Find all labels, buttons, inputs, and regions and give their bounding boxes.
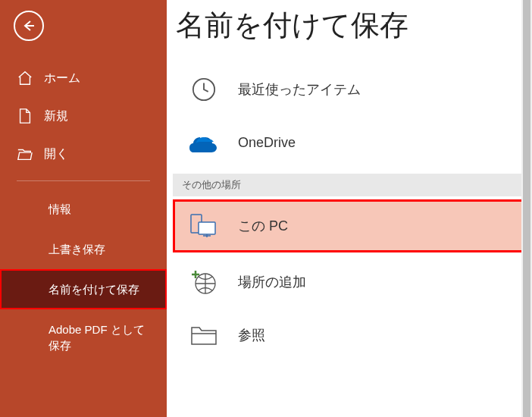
location-thispc[interactable]: この PC bbox=[173, 199, 526, 252]
location-onedrive-label: OneDrive bbox=[238, 135, 296, 151]
location-recent-label: 最近使ったアイテム bbox=[238, 80, 361, 99]
file-icon bbox=[17, 108, 33, 124]
location-onedrive[interactable]: OneDrive bbox=[173, 116, 526, 169]
location-browse-label: 参照 bbox=[238, 326, 265, 344]
nav-adobepdf[interactable]: Adobe PDF として保存 bbox=[0, 309, 167, 365]
addplace-icon bbox=[189, 268, 218, 296]
location-recent[interactable]: 最近使ったアイテム bbox=[173, 63, 526, 116]
location-addplace[interactable]: 場所の追加 bbox=[173, 256, 526, 309]
back-arrow-icon bbox=[21, 18, 36, 33]
nav-save[interactable]: 上書き保存 bbox=[0, 229, 167, 269]
back-button[interactable] bbox=[14, 11, 44, 41]
location-browse[interactable]: 参照 bbox=[173, 309, 526, 362]
nav-home-label: ホーム bbox=[44, 71, 80, 86]
nav-open-label: 開く bbox=[44, 146, 68, 162]
nav-home[interactable]: ホーム bbox=[0, 59, 167, 97]
folder-open-icon bbox=[17, 146, 33, 162]
home-icon bbox=[17, 70, 33, 86]
nav-new-label: 新規 bbox=[44, 108, 68, 124]
thispc-icon bbox=[189, 212, 218, 240]
svg-rect-2 bbox=[199, 222, 215, 234]
location-thispc-label: この PC bbox=[238, 217, 288, 235]
location-addplace-label: 場所の追加 bbox=[238, 273, 306, 291]
clock-icon bbox=[189, 75, 218, 104]
nav-open[interactable]: 開く bbox=[0, 135, 167, 173]
sidebar-divider bbox=[17, 180, 150, 181]
onedrive-icon bbox=[189, 128, 218, 157]
other-locations-header: その他の場所 bbox=[173, 174, 532, 196]
nav-info[interactable]: 情報 bbox=[0, 189, 167, 229]
nav-new[interactable]: 新規 bbox=[0, 97, 167, 135]
scrollbar-thumb[interactable] bbox=[523, 0, 530, 417]
nav-saveas[interactable]: 名前を付けて保存 bbox=[0, 269, 167, 309]
page-title: 名前を付けて保存 bbox=[167, 6, 532, 45]
scrollbar[interactable] bbox=[521, 0, 532, 417]
folder-icon bbox=[189, 321, 218, 350]
